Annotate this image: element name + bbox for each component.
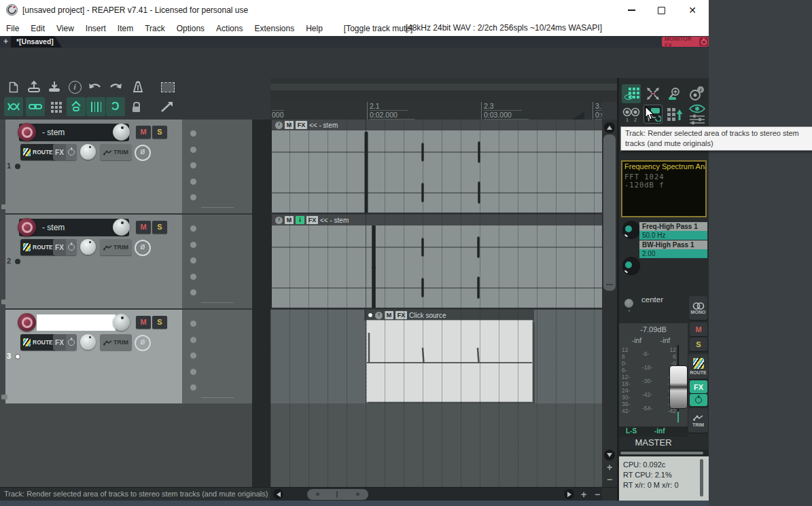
trim-envelope-button[interactable]: TRIM [100,144,132,160]
arrange-empty-area[interactable] [270,403,602,487]
item-fx-chip[interactable]: FX [306,216,318,224]
perf-scrollbar[interactable] [700,459,703,496]
monitor-fx-power-icon[interactable] [699,37,708,46]
solo-button[interactable]: S [152,126,167,139]
fx-param-freq[interactable]: Freq-High Pass 1 50.0 Hz [639,222,707,240]
horizontal-scrollbar[interactable]: + − [270,488,602,501]
timeline-ruler[interactable]: 000 2.10:02.000 2.30:03.000 3.10:04.00 [270,102,617,120]
scroll-up-button[interactable] [604,122,615,133]
add-tab-button[interactable]: + [3,37,8,46]
fx-param-bw[interactable]: BW-High Pass 1 2.00 [639,240,707,258]
master-gain-readout[interactable]: -7.09dB [619,325,688,333]
volume-knob[interactable] [113,124,130,141]
track-panel-3[interactable]: M S ROUTE FX TRIM ø 3 [0,310,252,403]
close-button[interactable]: ✕ [678,0,707,20]
fx-power-icon[interactable] [66,334,77,350]
media-item[interactable]: M i FX << - stem [272,215,602,308]
zoom-selection-icon[interactable] [665,84,684,103]
master-route-button[interactable]: ROUTE [688,354,708,379]
menu-item[interactable]: Insert [85,24,107,33]
track-name-input[interactable] [37,314,116,331]
master-fader-handle[interactable] [669,365,688,409]
media-item-header[interactable]: M FX Click source [364,310,534,321]
pan-knob[interactable] [80,239,96,255]
track-manager-icon[interactable] [665,105,684,124]
master-label[interactable]: MASTER [619,437,688,448]
minimize-button[interactable] [617,0,646,20]
ripple-edit-icon[interactable] [86,97,105,116]
track-select-dot[interactable] [15,259,20,264]
open-project-icon[interactable] [24,77,43,96]
media-item-selected[interactable] [366,320,533,402]
scroll-left-button[interactable] [273,489,283,499]
folder-state-icon[interactable] [1,204,7,209]
item-mute-chip[interactable]: M [285,121,294,129]
horizontal-zoom-in-button[interactable]: + [578,488,590,501]
monitor-fx-badge[interactable]: MONITOR FX [662,37,709,47]
pan-knob[interactable] [80,144,96,160]
master-mono-button[interactable]: MONO [689,296,707,320]
marker-lane[interactable] [270,78,617,102]
item-mute-chip[interactable]: M [385,311,393,319]
vscroll-thumb[interactable] [603,134,616,291]
master-meter[interactable]: -7.09dB -inf -inf 1260-6-12-18-24-30-36-… [619,323,688,429]
redo-icon[interactable] [106,77,125,96]
lock-icon[interactable] [126,97,145,116]
trim-envelope-button[interactable]: TRIM [100,334,132,350]
record-arm-button[interactable] [18,313,36,331]
vertical-zoom-in-button[interactable]: + [602,462,617,473]
master-solo-button[interactable]: S [690,338,707,351]
track-select-dot[interactable] [15,164,20,169]
phase-button[interactable]: ø [135,240,151,256]
volume-knob[interactable] [113,219,130,236]
folder-state-icon[interactable] [1,300,7,304]
edit-cursor-tool-icon[interactable] [158,97,177,116]
mixer-settings-icon[interactable] [688,114,706,125]
track-panel-1[interactable]: - stem M S ROUTE FX TRIM ø 1 [0,120,252,213]
performance-meter[interactable]: CPU: 0.092c RT CPU: 2.1% RT x/r: 0 M x/r… [619,456,709,501]
route-button[interactable]: ROUTE [20,334,56,350]
snap-icon[interactable]: C [106,97,125,116]
fx-button[interactable]: FX [53,334,77,350]
menu-item[interactable]: Options [176,24,205,33]
master-mute-button[interactable]: M [690,323,707,336]
mute-button[interactable]: M [136,221,151,234]
project-settings-icon[interactable]: i [65,77,84,96]
visibility-eye-icon[interactable] [688,103,706,114]
undo-icon[interactable] [86,77,105,96]
vertical-scrollbar[interactable]: + − [602,120,617,487]
media-item[interactable]: M FX << - stem [272,120,602,213]
phase-button[interactable]: ø [135,335,151,351]
mute-button[interactable]: M [136,126,151,139]
master-fx-button[interactable]: FX [690,380,707,393]
menu-item[interactable]: File [5,24,20,33]
menu-item[interactable]: Edit [30,24,46,33]
insert-stem-tracks-icon[interactable]: 12 [622,105,641,124]
record-arm-button[interactable] [18,218,36,236]
item-grouping-icon[interactable] [26,97,45,116]
project-tab[interactable]: *[Unsaved] [11,36,62,48]
save-project-icon[interactable] [45,77,64,96]
menu-item[interactable]: [Toggle track mute] [343,24,413,33]
grid-settings-icon[interactable] [46,97,65,116]
new-project-icon[interactable] [4,77,23,96]
menu-item[interactable]: Item [117,24,134,33]
mute-button[interactable]: M [136,316,151,329]
maximize-button[interactable] [647,0,675,20]
record-settings-icon[interactable]: i [687,84,706,103]
vertical-zoom-out-button[interactable]: − [602,474,617,485]
phase-button[interactable]: ø [135,145,151,161]
trim-envelope-button[interactable]: TRIM [100,239,132,255]
fx-param-knob-freq[interactable] [622,221,640,238]
scroll-down-button[interactable] [604,450,615,460]
menu-item[interactable]: View [56,24,75,33]
master-trim-button[interactable]: TRIM [688,408,708,433]
item-properties-icon[interactable] [275,122,283,129]
hscroll-thumb[interactable] [307,489,368,500]
spectrum-analyzer-panel[interactable]: Frequency Spectrum Anal FFT 1024 -120dB … [621,160,707,217]
volume-knob[interactable] [113,314,130,331]
tcp-arrange-splitter[interactable] [252,120,270,487]
track-select-dot[interactable] [15,354,20,359]
item-info-chip[interactable]: i [296,216,304,224]
menu-item[interactable]: Track [144,24,166,33]
